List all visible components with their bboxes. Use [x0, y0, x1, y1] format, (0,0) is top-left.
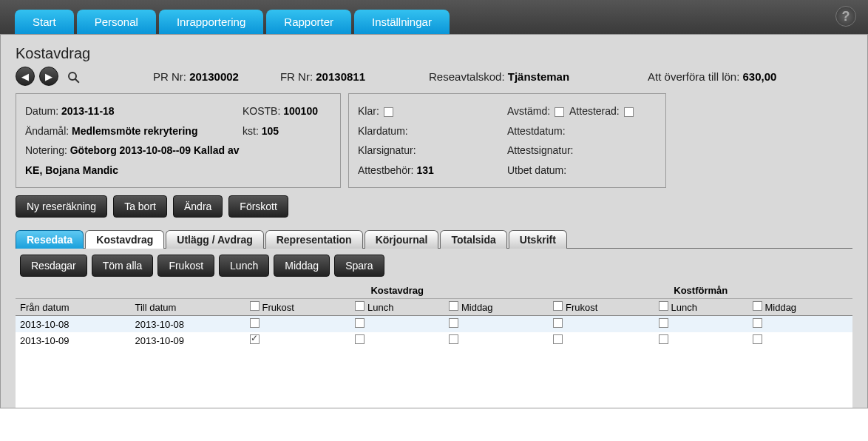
help-icon[interactable]: ? [835, 6, 856, 27]
col-kf-lunch[interactable]: Lunch [654, 299, 748, 316]
cell-checkbox[interactable] [444, 316, 549, 333]
cell-checkbox[interactable] [654, 316, 748, 333]
record-action-buttons: Ny reseräkning Ta bort Ändra Förskott [16, 195, 852, 218]
cell-checkbox[interactable] [350, 316, 444, 333]
top-tab-rapporter[interactable]: Rapporter [266, 10, 351, 34]
group-header-kostavdrag: Kostavdrag [245, 283, 549, 299]
group-header-kostforman: Kostförmån [549, 283, 852, 299]
tab-utskrift[interactable]: Utskrift [509, 230, 567, 249]
cell-checkbox[interactable] [350, 332, 444, 349]
tab-korjournal[interactable]: Körjournal [365, 230, 439, 249]
tab-kostavdrag[interactable]: Kostavdrag [85, 230, 164, 249]
cell-to-date: 2013-10-08 [130, 316, 245, 333]
tab-resedata[interactable]: Resedata [16, 230, 84, 249]
transfer-to-salary: Att överföra till lön: 630,00 [648, 70, 776, 83]
record-nav-row: ◀ ▶ PR Nr: 20130002 FR Nr: 20130811 Rese… [16, 67, 852, 86]
content-area: Kostavdrag ◀ ▶ PR Nr: 20130002 FR Nr: 20… [0, 34, 868, 408]
next-record-button[interactable]: ▶ [39, 67, 58, 86]
fr-number: FR Nr: 20130811 [280, 70, 365, 83]
status-panel: Klar: Avstämd: Attesterad: Klardatum: At… [348, 93, 666, 188]
cell-from-date: 2013-10-08 [16, 316, 130, 333]
top-nav-bar: Start Personal Inrapportering Rapporter … [0, 0, 868, 34]
cell-checkbox[interactable] [654, 332, 748, 349]
col-ka-middag[interactable]: Middag [444, 299, 549, 316]
top-tab-installningar[interactable]: Inställningar [354, 10, 450, 34]
tab-totalsida[interactable]: Totalsida [440, 230, 506, 249]
spara-button[interactable]: Spara [334, 255, 384, 277]
trip-details-panel: Datum: 2013-11-18 Ändamål: Medlemsmöte r… [16, 93, 341, 188]
col-to-date: Till datum [130, 299, 245, 316]
frukost-button[interactable]: Frukost [157, 255, 214, 277]
table-row: 2013-10-092013-10-09 [16, 332, 852, 349]
cell-to-date: 2013-10-09 [130, 332, 245, 349]
info-panels: Datum: 2013-11-18 Ändamål: Medlemsmöte r… [16, 93, 852, 188]
resdagar-button[interactable]: Resdagar [20, 255, 87, 277]
cell-checkbox[interactable] [549, 332, 654, 349]
cell-checkbox[interactable] [549, 316, 654, 333]
col-ka-lunch[interactable]: Lunch [350, 299, 444, 316]
klar-checkbox[interactable] [384, 107, 393, 117]
cell-checkbox[interactable] [444, 332, 549, 349]
avstamd-checkbox[interactable] [555, 107, 564, 117]
prev-record-button[interactable]: ◀ [16, 67, 35, 86]
new-report-button[interactable]: Ny reseräkning [16, 195, 107, 218]
delete-button[interactable]: Ta bort [113, 195, 167, 218]
cell-checkbox[interactable] [245, 332, 351, 349]
edit-button[interactable]: Ändra [173, 195, 223, 218]
advance-button[interactable]: Förskott [228, 195, 288, 218]
cell-from-date: 2013-10-09 [16, 332, 130, 349]
middag-button[interactable]: Middag [274, 255, 330, 277]
tom-alla-button[interactable]: Töm alla [92, 255, 154, 277]
col-ka-frukost[interactable]: Frukost [245, 299, 351, 316]
top-tab-inrapportering[interactable]: Inrapportering [159, 10, 263, 34]
col-from-date: Från datum [16, 299, 130, 316]
lunch-button[interactable]: Lunch [219, 255, 269, 277]
sub-tab-bar: Resedata Kostavdrag Utlägg / Avdrag Repr… [16, 229, 852, 249]
col-kf-frukost[interactable]: Frukost [549, 299, 654, 316]
search-icon[interactable] [63, 67, 82, 86]
group-header-blank [16, 283, 245, 299]
col-kf-middag[interactable]: Middag [748, 299, 852, 316]
reseavtalskod: Reseavtalskod: Tjänsteman [429, 70, 569, 83]
meals-grid: Kostavdrag Kostförmån Från datum Till da… [16, 283, 852, 349]
cell-checkbox[interactable] [748, 332, 852, 349]
grid-action-buttons: Resdagar Töm alla Frukost Lunch Middag S… [16, 249, 852, 283]
top-tab-start[interactable]: Start [15, 10, 74, 34]
top-tab-personal[interactable]: Personal [77, 10, 156, 34]
tab-utlagg-avdrag[interactable]: Utlägg / Avdrag [166, 230, 263, 249]
cell-checkbox[interactable] [245, 316, 351, 333]
table-row: 2013-10-082013-10-08 [16, 316, 852, 333]
cell-checkbox[interactable] [748, 316, 852, 333]
tab-representation[interactable]: Representation [265, 230, 363, 249]
pr-number: PR Nr: 20130002 [153, 70, 239, 83]
attesterad-checkbox[interactable] [624, 107, 634, 117]
page-title: Kostavdrag [16, 45, 852, 62]
